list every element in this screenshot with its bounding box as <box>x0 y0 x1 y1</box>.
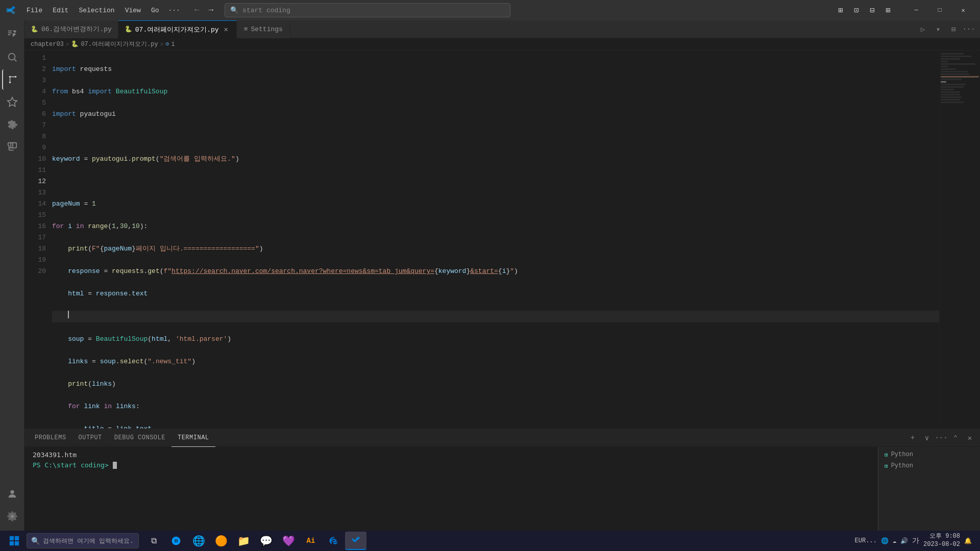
main-container: 🐍 06.검색어변경하기.py 🐍 07.여러페이지가져오기.py ✕ ≡ Se… <box>0 20 980 531</box>
layout-icon[interactable]: ⊞ <box>834 4 847 17</box>
back-button[interactable]: ← <box>191 5 203 16</box>
terminal-instance-icon-2: ⊞ <box>885 463 888 469</box>
command-palette[interactable]: 🔍 start coding <box>225 3 510 17</box>
activity-debug-icon[interactable] <box>2 92 22 112</box>
search-icon: 🔍 <box>230 6 238 14</box>
taskbar-app-taskview[interactable]: ⧉ <box>143 532 164 550</box>
menu-selection[interactable]: Selection <box>75 5 118 16</box>
code-line-9: print(F"{pageNum}페이지 입니다.===============… <box>52 243 939 255</box>
activity-search-icon[interactable] <box>2 47 22 67</box>
code-editor[interactable]: 1 2 3 4 5 6 7 8 9 10 11 12 13 14 15 16 1 <box>24 51 980 429</box>
layout3-icon[interactable]: ⊞ <box>881 4 894 17</box>
taskbar-app-vscode[interactable] <box>345 532 366 550</box>
breadcrumb-chapter03[interactable]: chapter03 <box>31 41 64 48</box>
activity-extensions-icon[interactable] <box>2 114 22 135</box>
taskbar-korean-ime[interactable]: 가 <box>912 536 919 545</box>
code-line-8: for i in range(1,30,10): <box>52 221 939 232</box>
taskbar-app-chat[interactable]: 💬 <box>255 532 277 550</box>
tab-debug-console[interactable]: DEBUG CONSOLE <box>108 429 172 447</box>
close-button[interactable]: ✕ <box>951 0 975 20</box>
active-tab-label: 07.여러페이지가져오기.py <box>135 25 219 34</box>
taskbar-app-purple[interactable]: 💜 <box>278 532 299 550</box>
maximize-panel-button[interactable]: ⌃ <box>949 432 962 444</box>
minimize-button[interactable]: ─ <box>904 0 928 20</box>
activity-account-icon[interactable] <box>2 484 22 504</box>
terminal-dropdown[interactable]: ∨ <box>921 432 933 444</box>
code-line-12 <box>52 311 939 322</box>
taskbar-app-orange[interactable]: 🟠 <box>210 532 232 550</box>
breadcrumb-sep2: > <box>160 41 164 47</box>
menu-more[interactable]: ··· <box>165 5 183 16</box>
taskbar-clock[interactable]: 오후 9:08 2023-08-02 <box>923 533 960 548</box>
menu-go[interactable]: Go <box>147 5 163 16</box>
tab-close-button[interactable]: ✕ <box>222 26 230 34</box>
search-text: start coding <box>242 7 290 14</box>
code-line-5: keyword = pyautogui.prompt("검색어를 입력하세요."… <box>52 154 939 165</box>
taskbar-eur[interactable]: EUR... <box>855 537 877 544</box>
maximize-button[interactable]: □ <box>928 0 951 20</box>
code-line-10: response = requests.get(f"https://search… <box>52 266 939 277</box>
breadcrumb-file-icon: 🐍 <box>71 40 79 48</box>
terminal-body: 2034391.htm PS C:\start coding> ⊞ Python… <box>24 447 980 531</box>
layout2-icon[interactable]: ⊡ <box>850 4 863 17</box>
taskbar-app-ie[interactable]: 🌐 <box>188 532 209 550</box>
terminal-cursor <box>113 462 117 469</box>
run-button[interactable]: ▷ <box>916 22 930 36</box>
breadcrumb-symbol[interactable]: i <box>171 41 175 48</box>
split-editor-button[interactable]: ⊟ <box>946 22 961 36</box>
breadcrumb-filename[interactable]: 07.여러페이지가져오기.py <box>81 40 158 48</box>
windows-icon <box>9 535 20 546</box>
menu-view[interactable]: View <box>121 5 145 16</box>
activity-git-icon[interactable] <box>2 69 22 90</box>
activity-explorer-icon[interactable] <box>2 24 22 45</box>
vscode-logo-icon <box>5 5 16 16</box>
tab-terminal[interactable]: TERMINAL <box>172 429 215 447</box>
more-terminal-options[interactable]: ··· <box>935 432 947 444</box>
tab-problems[interactable]: PROBLEMS <box>29 429 72 447</box>
run-dropdown[interactable]: ▾ <box>931 22 945 36</box>
close-panel-button[interactable]: ✕ <box>964 432 976 444</box>
taskbar-date: 2023-08-02 <box>923 541 960 549</box>
split-icon[interactable]: ⊟ <box>866 4 878 17</box>
new-terminal-button[interactable]: + <box>906 432 919 444</box>
taskbar-app-explorer[interactable]: 📁 <box>233 532 254 550</box>
forward-button[interactable]: → <box>206 5 217 16</box>
editor-and-panel: 1 2 3 4 5 6 7 8 9 10 11 12 13 14 15 16 1 <box>24 51 980 531</box>
svg-point-1 <box>9 82 11 84</box>
taskbar-notification-bell[interactable]: 🔔 <box>964 537 972 545</box>
settings-tab[interactable]: ≡ Settings <box>237 20 290 38</box>
taskbar-network-icon[interactable]: 🌐 <box>881 537 889 545</box>
taskbar-search[interactable]: 🔍 검색하려면 여기에 입력하세요. <box>27 533 139 548</box>
start-button[interactable] <box>4 532 24 550</box>
taskbar-volume-icon[interactable]: 🔊 <box>900 537 908 545</box>
window-controls: ─ □ ✕ <box>904 0 975 20</box>
menu-file[interactable]: File <box>22 5 46 16</box>
breadcrumb: chapter03 > 🐍 07.여러페이지가져오기.py > ⊙ i <box>24 38 980 51</box>
inactive-tab[interactable]: 🐍 06.검색어변경하기.py <box>24 20 118 38</box>
more-actions-button[interactable]: ··· <box>962 22 976 36</box>
terminal-instance-2[interactable]: ⊞ Python <box>880 460 978 471</box>
taskbar-cloud-icon[interactable]: ☁ <box>893 537 896 545</box>
code-line-2: from bs4 import BeautifulSoup <box>52 86 939 97</box>
taskbar-app-edge-old[interactable] <box>165 532 187 550</box>
terminal-instance-label-2: Python <box>891 462 913 469</box>
terminal-content[interactable]: 2034391.htm PS C:\start coding> <box>24 447 878 531</box>
taskbar-right: EUR... 🌐 ☁ 🔊 가 오후 9:08 2023-08-02 🔔 <box>855 533 976 548</box>
terminal-instance-label-1: Python <box>891 451 913 458</box>
code-line-16: for link in links: <box>52 401 939 412</box>
menu-edit[interactable]: Edit <box>48 5 72 16</box>
tab-icon-inactive: 🐍 <box>31 26 38 33</box>
svg-rect-6 <box>15 536 19 540</box>
code-line-1: import requests <box>52 64 939 75</box>
tab-output[interactable]: OUTPUT <box>72 429 108 447</box>
active-tab[interactable]: 🐍 07.여러페이지가져오기.py ✕ <box>118 20 237 38</box>
taskbar-app-edge[interactable] <box>323 532 344 550</box>
activity-settings-icon[interactable] <box>2 506 22 527</box>
code-line-11: html = response.text <box>52 288 939 299</box>
terminal-instance-1[interactable]: ⊞ Python <box>880 449 978 460</box>
activity-test-icon[interactable] <box>2 137 22 157</box>
code-line-6 <box>52 176 939 187</box>
taskbar-app-illustrator[interactable]: Ai <box>300 532 322 550</box>
svg-point-0 <box>8 54 15 60</box>
code-content[interactable]: import requests from bs4 import Beautifu… <box>50 51 939 429</box>
